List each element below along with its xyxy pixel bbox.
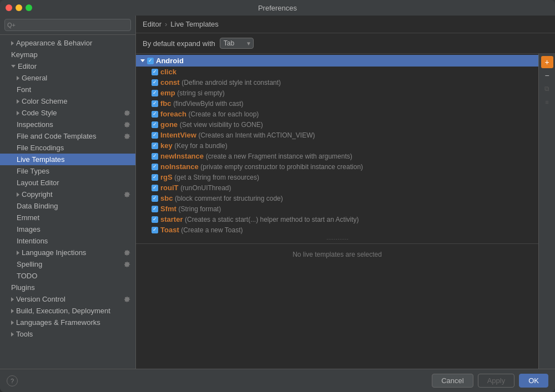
sidebar-item-copyright[interactable]: Copyright: [0, 189, 135, 200]
sidebar-item-plugins[interactable]: Plugins: [0, 282, 135, 293]
expand-select[interactable]: Tab Enter Space: [220, 38, 254, 49]
template-checkbox[interactable]: ✓: [152, 174, 158, 181]
add-template-button[interactable]: +: [541, 56, 553, 68]
template-item-const[interactable]: ✓ const (Define android style int consta…: [136, 77, 538, 88]
template-checkbox[interactable]: ✓: [152, 216, 158, 223]
sidebar-item-label: Live Templates: [17, 155, 64, 164]
template-checkbox[interactable]: ✓: [152, 206, 158, 212]
sidebar-item-general[interactable]: General: [0, 72, 135, 84]
sidebar-item-fileencodings[interactable]: File Encodings: [0, 142, 135, 154]
expand-icon: [11, 309, 14, 313]
template-item-noinstance[interactable]: ✓ noInstance (private empty constructor …: [136, 161, 538, 172]
checkmark-icon: ✓: [153, 206, 157, 211]
template-item-toast[interactable]: ✓ Toast (Create a new Toast): [136, 225, 538, 235]
sidebar-item-appearance[interactable]: Appearance & Behavior: [0, 37, 135, 49]
sidebar-item-buildexec[interactable]: Build, Execution, Deployment: [0, 305, 135, 317]
android-group-row[interactable]: ✓ Android: [136, 55, 538, 67]
sidebar-item-livetemplates[interactable]: Live Templates: [0, 154, 135, 165]
template-name: starter (Creates a static start(...) hel…: [160, 215, 359, 223]
remove-template-button[interactable]: −: [541, 69, 553, 82]
sidebar-items: Appearance & Behavior Keymap Editor Gene…: [0, 35, 135, 369]
android-group-checkbox[interactable]: ✓: [147, 58, 154, 64]
checkmark-icon: ✓: [148, 58, 153, 63]
maximize-button[interactable]: [26, 4, 32, 11]
gear-icon: [123, 296, 131, 303]
sidebar-item-intentions[interactable]: Intentions: [0, 235, 135, 247]
template-item-intentview[interactable]: ✓ IntentView (Creates an Intent with ACT…: [136, 130, 538, 140]
minimize-button[interactable]: [16, 4, 22, 11]
template-checkbox[interactable]: ✓: [152, 90, 158, 96]
sidebar-item-languageinjections[interactable]: Language Injections: [0, 247, 135, 258]
copy-template-button[interactable]: ⧉: [541, 83, 553, 95]
sidebar-item-spelling[interactable]: Spelling: [0, 258, 135, 270]
template-item-sfmt[interactable]: ✓ Sfmt (String format): [136, 203, 538, 214]
sidebar-item-codestyle[interactable]: Code Style: [0, 107, 135, 119]
sidebar-item-editor[interactable]: Editor: [0, 60, 135, 72]
search-input[interactable]: [4, 19, 131, 31]
template-checkbox[interactable]: ✓: [152, 111, 158, 118]
template-name: click: [160, 68, 176, 76]
sidebar-item-label: Intentions: [17, 237, 48, 245]
template-item-sbc[interactable]: ✓ sbc (block comment for structuring cod…: [136, 193, 538, 203]
apply-button[interactable]: Apply: [478, 374, 515, 388]
breadcrumb-part2: Live Templates: [170, 20, 218, 28]
template-item-emp[interactable]: ✓ emp (string si empty): [136, 88, 538, 98]
copy-icon: ⧉: [544, 85, 549, 93]
no-selection-info: No live templates are selected: [136, 243, 538, 265]
template-checkbox[interactable]: ✓: [152, 121, 158, 128]
template-checkbox[interactable]: ✓: [152, 132, 158, 139]
template-item-gone[interactable]: ✓ gone (Set view visibility to GONE): [136, 119, 538, 130]
template-checkbox[interactable]: ✓: [152, 195, 158, 202]
sidebar-item-colorscheme[interactable]: Color Scheme: [0, 95, 135, 107]
template-item-click[interactable]: ✓ click: [136, 67, 538, 77]
close-button[interactable]: [6, 4, 12, 11]
ok-button[interactable]: OK: [519, 374, 548, 388]
template-checkbox[interactable]: ✓: [152, 100, 158, 107]
expand-icon: [17, 99, 19, 104]
template-item-key[interactable]: ✓ key (Key for a bundle): [136, 140, 538, 151]
sidebar-item-versioncontrol[interactable]: Version Control: [0, 293, 135, 305]
bottom-info-text: No live templates are selected: [292, 251, 382, 258]
sidebar-item-images[interactable]: Images: [0, 223, 135, 235]
template-name: Toast (Create a new Toast): [160, 226, 243, 234]
sidebar-item-label: Build, Execution, Deployment: [16, 307, 110, 315]
template-checkbox[interactable]: ✓: [152, 185, 158, 191]
sidebar-item-todo[interactable]: TODO: [0, 270, 135, 282]
sidebar-item-filetypes[interactable]: File Types: [0, 165, 135, 177]
template-checkbox[interactable]: ✓: [152, 153, 158, 160]
move-template-button[interactable]: ≡: [541, 96, 553, 108]
sidebar-item-label: File Types: [17, 167, 49, 175]
template-checkbox[interactable]: ✓: [152, 227, 158, 233]
template-checkbox[interactable]: ✓: [152, 79, 158, 86]
template-item-rouit[interactable]: ✓ rouiT (runOnUIThread): [136, 182, 538, 193]
template-checkbox[interactable]: ✓: [152, 164, 158, 170]
sidebar-item-keymap[interactable]: Keymap: [0, 49, 135, 60]
sidebar-item-inspections[interactable]: Inspections: [0, 119, 135, 130]
sidebar-item-emmet[interactable]: Emmet: [0, 212, 135, 223]
template-item-foreach[interactable]: ✓ foreach (Create a for each loop): [136, 109, 538, 119]
sidebar-item-label: Emmet: [17, 213, 39, 222]
template-name: key (Key for a bundle): [160, 141, 228, 150]
sidebar-item-font[interactable]: Font: [0, 84, 135, 95]
help-button[interactable]: ?: [7, 375, 18, 386]
templates-list: ✓ Android ✓ click ✓ const (Define androi…: [136, 54, 538, 369]
sidebar-item-filecodetemplates[interactable]: File and Code Templates: [0, 130, 135, 142]
sidebar-item-label: Languages & Frameworks: [16, 318, 100, 327]
template-checkbox[interactable]: ✓: [152, 69, 158, 75]
sidebar-item-databinding[interactable]: Data Binding: [0, 200, 135, 212]
sidebar-item-languages[interactable]: Languages & Frameworks: [0, 317, 135, 328]
template-item-starter[interactable]: ✓ starter (Creates a static start(...) h…: [136, 214, 538, 225]
sidebar-item-label: File Encodings: [17, 144, 64, 152]
template-item-fbc[interactable]: ✓ fbc (findViewByld with cast): [136, 98, 538, 109]
template-name: sbc (block comment for structuring code): [160, 194, 283, 202]
template-checkbox[interactable]: ✓: [152, 142, 158, 149]
template-name: rgS (get a String from resources): [160, 173, 259, 181]
expand-icon: [11, 65, 16, 68]
template-item-newinstance[interactable]: ✓ newInstance (create a new Fragment ins…: [136, 151, 538, 161]
template-name: fbc (findViewByld with cast): [160, 99, 244, 108]
template-item-rgs[interactable]: ✓ rgS (get a String from resources): [136, 172, 538, 182]
cancel-button[interactable]: Cancel: [432, 374, 473, 388]
expand-icon: [11, 297, 14, 302]
sidebar-item-layouteditor[interactable]: Layout Editor: [0, 177, 135, 189]
sidebar-item-tools[interactable]: Tools: [0, 328, 135, 340]
